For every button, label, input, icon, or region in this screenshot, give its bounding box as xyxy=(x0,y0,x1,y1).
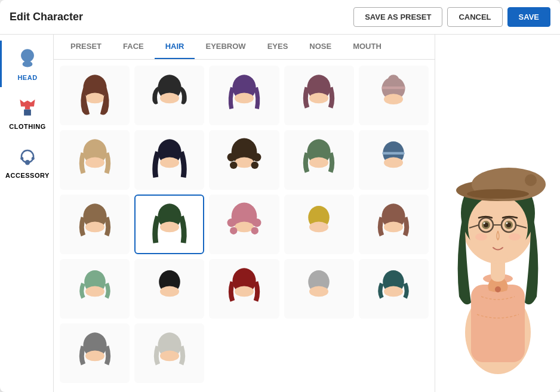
svg-point-77 xyxy=(506,223,507,224)
svg-point-17 xyxy=(389,75,399,83)
tab-hair[interactable]: HAIR xyxy=(155,35,195,59)
hair-option-21[interactable] xyxy=(60,323,130,383)
svg-point-65 xyxy=(495,286,501,292)
svg-point-57 xyxy=(384,286,403,297)
hair-option-18[interactable] xyxy=(209,259,279,319)
hair-option-20[interactable] xyxy=(359,259,429,319)
hair-option-2[interactable] xyxy=(134,66,204,125)
modal-body: HEAD CLOTHING ACCE xyxy=(0,35,560,392)
hair-option-3[interactable] xyxy=(209,66,279,125)
hair-option-13[interactable] xyxy=(209,195,279,254)
svg-point-5 xyxy=(20,157,23,160)
tab-bar: PRESET FACE HAIR EYEBROW EYES NOSE MOUTH xyxy=(54,35,435,60)
sidebar-item-clothing[interactable]: CLOTHING xyxy=(0,89,53,136)
svg-point-45 xyxy=(309,222,328,233)
svg-rect-33 xyxy=(383,152,405,155)
svg-point-61 xyxy=(160,351,179,362)
svg-point-22 xyxy=(160,158,179,168)
svg-point-73 xyxy=(483,223,485,224)
tab-nose[interactable]: NOSE xyxy=(299,35,342,59)
edit-character-modal: Edit Character SAVE AS PRESET CANCEL SAV… xyxy=(0,0,560,392)
sidebar: HEAD CLOTHING ACCE xyxy=(0,35,54,392)
svg-point-4 xyxy=(25,160,30,165)
svg-point-53 xyxy=(235,286,254,297)
save-as-preset-button[interactable]: SAVE AS PRESET xyxy=(353,7,442,27)
svg-point-35 xyxy=(85,222,104,233)
tab-eyebrow[interactable]: EYEBROW xyxy=(195,35,256,59)
svg-point-20 xyxy=(85,158,104,168)
svg-point-16 xyxy=(384,94,403,104)
header-buttons: SAVE AS PRESET CANCEL SAVE xyxy=(353,7,550,27)
svg-point-8 xyxy=(85,93,104,104)
sidebar-item-accessory[interactable]: ACCESSORY xyxy=(0,138,53,185)
svg-point-27 xyxy=(230,162,237,169)
hair-option-1[interactable] xyxy=(60,66,130,125)
hair-option-5[interactable] xyxy=(359,66,429,125)
svg-point-51 xyxy=(160,286,179,297)
hair-option-10[interactable] xyxy=(359,130,429,190)
svg-point-24 xyxy=(235,158,254,168)
hair-option-4[interactable] xyxy=(284,66,354,125)
svg-point-49 xyxy=(85,286,104,297)
svg-point-28 xyxy=(251,162,259,169)
hair-option-14[interactable] xyxy=(284,195,354,254)
accessory-icon xyxy=(15,144,40,169)
accessory-label: ACCESSORY xyxy=(5,172,50,179)
svg-point-41 xyxy=(253,218,261,227)
svg-point-86 xyxy=(467,189,529,199)
svg-point-55 xyxy=(309,286,328,297)
modal-title: Edit Character xyxy=(10,11,83,23)
hair-option-11[interactable] xyxy=(60,195,130,254)
clothing-label: CLOTHING xyxy=(9,123,45,130)
svg-point-42 xyxy=(230,227,237,234)
svg-point-25 xyxy=(227,153,236,161)
hair-grid-scroll[interactable] xyxy=(54,60,435,392)
tab-eyes[interactable]: EYES xyxy=(257,35,299,59)
svg-point-40 xyxy=(227,218,236,227)
clothing-icon xyxy=(15,95,40,121)
svg-point-10 xyxy=(160,93,179,104)
svg-point-12 xyxy=(235,93,254,104)
center-area: PRESET FACE HAIR EYEBROW EYES NOSE MOUTH xyxy=(54,35,435,392)
svg-point-43 xyxy=(251,227,259,234)
character-preview-svg xyxy=(438,46,558,392)
svg-point-69 xyxy=(468,195,528,261)
hair-option-8[interactable] xyxy=(209,130,279,190)
hair-option-15[interactable] xyxy=(359,195,429,254)
hair-option-6[interactable] xyxy=(60,130,130,190)
svg-point-0 xyxy=(21,49,34,62)
tab-mouth[interactable]: MOUTH xyxy=(342,35,392,59)
svg-rect-2 xyxy=(24,110,31,116)
svg-point-85 xyxy=(525,174,537,186)
svg-point-37 xyxy=(160,222,179,233)
svg-rect-63 xyxy=(471,285,525,362)
svg-point-81 xyxy=(475,233,487,240)
save-button[interactable]: SAVE xyxy=(507,7,550,27)
modal-header: Edit Character SAVE AS PRESET CANCEL SAV… xyxy=(0,0,560,35)
hair-option-22[interactable] xyxy=(134,323,204,383)
hair-option-16[interactable] xyxy=(60,259,130,319)
svg-rect-18 xyxy=(382,87,405,89)
svg-point-30 xyxy=(309,158,328,168)
cancel-button[interactable]: CANCEL xyxy=(447,7,502,27)
tab-face[interactable]: FACE xyxy=(112,35,155,59)
hair-option-17[interactable] xyxy=(134,259,204,319)
svg-point-59 xyxy=(85,351,104,362)
svg-point-82 xyxy=(509,233,521,240)
character-preview-area xyxy=(435,35,560,392)
svg-point-1 xyxy=(23,61,33,67)
hair-option-9[interactable] xyxy=(284,130,354,190)
svg-point-6 xyxy=(32,157,35,160)
hair-option-12[interactable] xyxy=(134,195,204,254)
tab-preset[interactable]: PRESET xyxy=(60,35,112,59)
svg-point-47 xyxy=(384,222,403,233)
head-label: HEAD xyxy=(17,74,37,81)
head-icon xyxy=(15,47,40,72)
hair-option-19[interactable] xyxy=(284,259,354,319)
svg-point-26 xyxy=(253,153,261,161)
svg-point-39 xyxy=(235,222,254,233)
svg-point-32 xyxy=(384,158,403,168)
hair-option-7[interactable] xyxy=(134,130,204,190)
sidebar-item-head[interactable]: HEAD xyxy=(0,41,53,87)
hair-grid xyxy=(60,66,429,383)
